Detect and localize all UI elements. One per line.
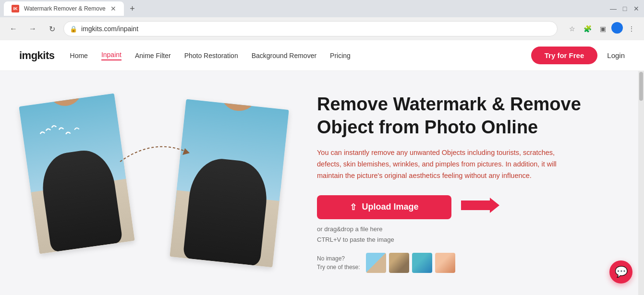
- nav-background-remover[interactable]: Background Remover: [252, 52, 316, 59]
- refresh-button[interactable]: ↻: [44, 21, 60, 36]
- forward-button[interactable]: →: [25, 21, 40, 36]
- sample-label: No image? Try one of these:: [317, 254, 360, 271]
- lock-icon: 🔒: [70, 25, 77, 33]
- browser-frame: IK Watermark Remover & Remove ✕ + — □ ✕ …: [0, 0, 644, 295]
- window-controls: — □ ✕: [609, 5, 640, 12]
- nav-links: Home Inpaint Anime Filter Photo Restorat…: [70, 51, 516, 60]
- transition-arrow: [115, 133, 192, 171]
- back-button[interactable]: ←: [6, 21, 21, 36]
- try-free-button[interactable]: Try for Free: [531, 47, 598, 64]
- hero-section: Remove Watermark & Remove Object from Ph…: [0, 71, 644, 295]
- nav-photo-restoration[interactable]: Photo Restoration: [184, 52, 238, 59]
- hero-images-area: [19, 90, 288, 277]
- split-view-icon[interactable]: ▣: [596, 22, 609, 35]
- close-button[interactable]: ✕: [632, 5, 640, 12]
- upload-image-button[interactable]: ⇧ Upload Image: [317, 195, 451, 219]
- minimize-button[interactable]: —: [609, 5, 617, 12]
- chat-icon: 💬: [615, 266, 628, 278]
- tab-title: Watermark Remover & Remove: [24, 5, 106, 12]
- url-bar[interactable]: 🔒 imgkits.com/inpaint: [63, 21, 558, 36]
- upload-button-label: Upload Image: [362, 202, 418, 212]
- hero-text-area: Remove Watermark & Remove Object from Ph…: [317, 93, 586, 273]
- extension-icon[interactable]: 🧩: [581, 22, 594, 35]
- hero-title: Remove Watermark & Remove Object from Ph…: [317, 93, 586, 139]
- nav-anime-filter[interactable]: Anime Filter: [135, 52, 171, 59]
- drag-hint-line2: CTRL+V to paste the image: [317, 235, 586, 245]
- site-logo[interactable]: imgkits: [19, 49, 55, 62]
- new-tab-button[interactable]: +: [126, 2, 139, 15]
- login-link[interactable]: Login: [607, 51, 625, 59]
- sample-thumb-4[interactable]: [435, 253, 455, 273]
- chat-widget[interactable]: 💬: [609, 260, 632, 283]
- upload-btn-row: ⇧ Upload Image: [317, 195, 586, 219]
- sample-thumb-2[interactable]: [389, 253, 409, 273]
- menu-icon[interactable]: ⋮: [625, 22, 638, 35]
- browser-tab[interactable]: IK Watermark Remover & Remove ✕: [4, 1, 124, 16]
- url-text: imgkits.com/inpaint: [81, 25, 551, 33]
- scroll-thumb[interactable]: [639, 72, 643, 101]
- maximize-button[interactable]: □: [621, 5, 629, 12]
- sample-label-line1: No image?: [317, 254, 360, 263]
- svg-marker-0: [182, 148, 190, 155]
- sample-thumb-1[interactable]: [366, 253, 386, 273]
- arrow-indicator: [461, 198, 499, 217]
- upload-icon: ⇧: [350, 202, 357, 212]
- title-bar: IK Watermark Remover & Remove ✕ + — □ ✕: [0, 0, 644, 17]
- nav-home[interactable]: Home: [70, 52, 88, 59]
- after-photo: [170, 99, 289, 267]
- before-photo: [19, 93, 134, 254]
- tab-favicon: IK: [12, 5, 19, 12]
- nav-right: Try for Free Login: [531, 47, 625, 64]
- drag-hint-line1: or drag&drop a file here: [317, 224, 586, 235]
- page-content: imgkits Home Inpaint Anime Filter Photo …: [0, 40, 644, 295]
- sample-thumb-3[interactable]: [412, 253, 432, 273]
- nav-pricing[interactable]: Pricing: [330, 52, 351, 59]
- sample-section: No image? Try one of these:: [317, 253, 586, 273]
- bookmark-icon[interactable]: ☆: [565, 22, 579, 35]
- sample-thumbnails: [366, 253, 455, 273]
- right-scrollbar[interactable]: [638, 71, 644, 295]
- drag-drop-hint: or drag&drop a file here CTRL+V to paste…: [317, 224, 586, 245]
- hero-description: You can instantly remove any unwanted Ob…: [317, 147, 576, 182]
- tab-close-button[interactable]: ✕: [110, 5, 116, 12]
- address-bar: ← → ↻ 🔒 imgkits.com/inpaint ☆ 🧩 ▣ ⋮: [0, 17, 644, 40]
- profile-avatar[interactable]: [611, 22, 623, 34]
- address-actions: ☆ 🧩 ▣ ⋮: [565, 22, 638, 35]
- navbar: imgkits Home Inpaint Anime Filter Photo …: [0, 40, 644, 71]
- svg-marker-1: [461, 198, 499, 213]
- nav-inpaint[interactable]: Inpaint: [101, 51, 122, 60]
- sample-label-line2: Try one of these:: [317, 263, 360, 271]
